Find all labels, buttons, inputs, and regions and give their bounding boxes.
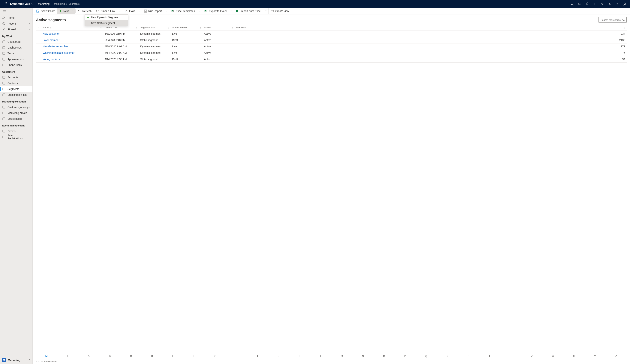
segment-link[interactable]: Newsletter subscriber bbox=[43, 45, 68, 48]
az-filter-All[interactable]: All bbox=[36, 354, 57, 359]
search-records-box[interactable] bbox=[598, 17, 626, 23]
az-filter-L[interactable]: L bbox=[310, 354, 332, 358]
advanced-find-button[interactable] bbox=[598, 0, 606, 8]
nav-phone-calls[interactable]: Phone Calls bbox=[0, 62, 32, 68]
az-filter-C[interactable]: C bbox=[120, 354, 142, 358]
email-link-button[interactable]: Email a Link bbox=[94, 8, 117, 14]
az-filter-M[interactable]: M bbox=[331, 354, 352, 358]
filter-icon[interactable] bbox=[168, 26, 170, 28]
az-filter-Z[interactable]: Z bbox=[606, 354, 627, 358]
az-filter-K[interactable]: K bbox=[289, 354, 310, 358]
az-filter-D[interactable]: D bbox=[142, 354, 163, 358]
segment-link[interactable]: Washington state customer bbox=[43, 51, 74, 54]
az-filter-E[interactable]: E bbox=[162, 354, 184, 358]
az-filter-O[interactable]: O bbox=[374, 354, 395, 358]
collapse-nav-button[interactable] bbox=[0, 8, 32, 15]
nav-get-started[interactable]: Get started bbox=[0, 39, 32, 44]
nav-event-registrations[interactable]: Event Registrations bbox=[0, 134, 32, 140]
import-excel-split[interactable] bbox=[264, 8, 268, 14]
nav-appointments[interactable]: Appointments bbox=[0, 56, 32, 62]
nav-recent[interactable]: Recent bbox=[0, 20, 32, 26]
nav-social-posts[interactable]: Social posts bbox=[0, 116, 32, 122]
select-all-column[interactable] bbox=[36, 24, 41, 30]
task-flow-button[interactable] bbox=[576, 0, 584, 8]
flow-button[interactable]: Flow bbox=[122, 8, 137, 14]
breadcrumb-root[interactable]: Marketing bbox=[54, 2, 65, 5]
az-filter-U[interactable]: U bbox=[500, 354, 521, 358]
view-title[interactable]: Active segments bbox=[36, 18, 66, 22]
nav-accounts[interactable]: Accounts bbox=[0, 74, 32, 80]
product-brand[interactable]: Dynamics 365 bbox=[10, 2, 33, 5]
search-button[interactable] bbox=[568, 0, 576, 8]
flow-split[interactable] bbox=[137, 8, 142, 14]
az-filter-B[interactable]: B bbox=[100, 354, 120, 358]
col-status[interactable]: Status bbox=[202, 24, 234, 30]
az-filter-P[interactable]: P bbox=[395, 354, 416, 358]
filter-icon[interactable] bbox=[199, 26, 202, 28]
col-type[interactable]: Segment type bbox=[139, 24, 170, 30]
run-report-button[interactable]: Run Report bbox=[142, 8, 164, 14]
run-report-split[interactable] bbox=[164, 8, 169, 14]
table-row[interactable]: Washington state customer4/14/2020 9:00 … bbox=[36, 50, 626, 56]
table-row[interactable]: Young families4/14/2020 7:30 AMStatic se… bbox=[36, 56, 626, 62]
az-filter-Q[interactable]: Q bbox=[416, 354, 437, 358]
nav-events[interactable]: Events bbox=[0, 128, 32, 134]
az-filter-J[interactable]: J bbox=[268, 354, 289, 358]
filter-icon[interactable] bbox=[231, 26, 233, 28]
new-static-segment-item[interactable]: New Static Segment bbox=[85, 20, 128, 26]
excel-templates-split[interactable] bbox=[197, 8, 202, 14]
nav-dashboards[interactable]: Dashboards bbox=[0, 44, 32, 50]
az-filter-S[interactable]: S bbox=[458, 354, 479, 358]
filter-icon[interactable] bbox=[100, 26, 102, 28]
az-filter-F[interactable]: F bbox=[184, 354, 205, 358]
app-launcher-button[interactable] bbox=[2, 2, 9, 5]
new-button[interactable]: New bbox=[57, 8, 76, 14]
table-row[interactable]: New customer5/8/2020 9:50 PMDynamic segm… bbox=[36, 30, 626, 37]
nav-marketing-emails[interactable]: Marketing emails bbox=[0, 110, 32, 116]
az-filter-R[interactable]: R bbox=[437, 354, 458, 358]
area-switcher[interactable]: M Marketing bbox=[0, 356, 32, 364]
segment-link[interactable]: Loyal member bbox=[43, 38, 60, 41]
segment-link[interactable]: New customer bbox=[43, 32, 60, 35]
settings-button[interactable] bbox=[606, 0, 614, 8]
az-filter-Y[interactable]: Y bbox=[584, 354, 606, 358]
nav-contacts[interactable]: Contacts bbox=[0, 80, 32, 86]
nav-pinned[interactable]: Pinned bbox=[0, 26, 32, 32]
az-filter-X[interactable]: X bbox=[564, 354, 584, 358]
az-filter-G[interactable]: G bbox=[205, 354, 226, 358]
col-members[interactable]: Members bbox=[234, 24, 626, 30]
az-filter-T[interactable]: T bbox=[479, 354, 500, 358]
create-view-button[interactable]: Create view bbox=[268, 8, 292, 14]
nav-segments[interactable]: Segments bbox=[0, 86, 32, 92]
filter-icon[interactable] bbox=[136, 26, 138, 28]
table-row[interactable]: Loyal member5/8/2020 7:40 PMStatic segme… bbox=[36, 37, 626, 43]
excel-templates-button[interactable]: x Excel Templates bbox=[169, 8, 197, 14]
col-reason[interactable]: Status Reason bbox=[170, 24, 202, 30]
segment-link[interactable]: Young families bbox=[43, 58, 60, 61]
az-filter-N[interactable]: N bbox=[352, 354, 374, 358]
email-link-split[interactable] bbox=[117, 8, 122, 14]
search-input[interactable] bbox=[600, 18, 621, 21]
account-button[interactable] bbox=[621, 0, 628, 8]
nav-customer-journeys[interactable]: Customer journeys bbox=[0, 104, 32, 110]
nav-home[interactable]: Home bbox=[0, 15, 32, 20]
export-excel-button[interactable]: x Export to Excel bbox=[202, 8, 229, 14]
az-filter-W[interactable]: W bbox=[542, 354, 564, 358]
export-excel-split[interactable] bbox=[229, 8, 234, 14]
new-dynamic-segment-item[interactable]: New Dynamic Segment bbox=[85, 14, 128, 20]
nav-subscription-lists[interactable]: Subscription lists bbox=[0, 92, 32, 98]
nav-tasks[interactable]: Tasks bbox=[0, 50, 32, 56]
az-filter-H[interactable]: H bbox=[226, 354, 247, 358]
refresh-button[interactable]: Refresh bbox=[76, 8, 94, 14]
quick-create-button[interactable] bbox=[591, 0, 598, 8]
az-filter-I[interactable]: I bbox=[247, 354, 268, 358]
show-chart-button[interactable]: Show Chart bbox=[34, 8, 57, 14]
assistant-button[interactable] bbox=[584, 0, 591, 8]
help-button[interactable] bbox=[614, 0, 621, 8]
az-filter-A[interactable]: A bbox=[78, 354, 100, 358]
import-excel-button[interactable]: x Import from Excel bbox=[234, 8, 264, 14]
breadcrumb-leaf[interactable]: Segments bbox=[68, 2, 80, 5]
table-row[interactable]: Newsletter subscriber4/28/2020 8:01 AMDy… bbox=[36, 43, 626, 50]
az-filter-#[interactable]: # bbox=[57, 354, 78, 358]
az-filter-V[interactable]: V bbox=[521, 354, 542, 358]
